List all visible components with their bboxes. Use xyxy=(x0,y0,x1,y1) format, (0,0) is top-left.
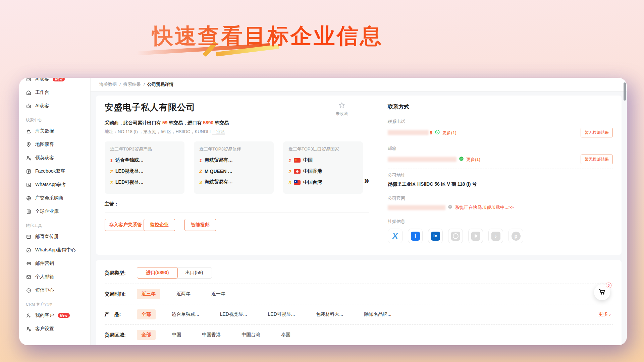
social-field: 社媒信息 X f in ♪ p xyxy=(388,215,613,248)
breadcrumb-customs-data[interactable]: 海关数据 xyxy=(99,81,117,87)
no-mail-result-button[interactable]: 暂无搜邮结果 xyxy=(581,128,613,137)
sidebar-item-ai-cut[interactable]: AI获客 New xyxy=(19,78,90,86)
sidebar-item-my-customers[interactable]: 我的客户 New xyxy=(19,309,90,322)
mail-send-icon xyxy=(26,261,32,266)
top3-products-card: 近三年TOP3贸易产品 1适合单独或… 2LED视觉显… 3LED可视显… xyxy=(105,141,184,194)
website-field: 公司官网 系统正在快马加鞭加载中...>> xyxy=(388,192,613,215)
sidebar-item-facebook-leads[interactable]: Facebook获客 xyxy=(19,165,90,178)
favorite-button[interactable]: 未收藏 xyxy=(336,102,348,117)
trade-type-import-tab[interactable]: 进口(5890) xyxy=(137,267,178,279)
scrollbar-thumb[interactable] xyxy=(624,82,626,101)
sidebar-item-whatsapp-leads[interactable]: WhatsApp获客 xyxy=(19,178,90,191)
import-count: 5890 xyxy=(203,120,213,125)
sidebar-item-customs-data[interactable]: 海关数据 xyxy=(19,124,90,138)
phone-more-link[interactable]: 更多(1) xyxy=(442,130,457,136)
time-option[interactable]: 近一年 xyxy=(207,289,230,299)
trade-type-export-tab[interactable]: 出口(59) xyxy=(176,267,212,279)
chat-smile-icon xyxy=(26,288,32,293)
globe-icon xyxy=(26,195,32,201)
smart-mail-search-button[interactable]: 智能搜邮 xyxy=(184,219,216,231)
breadcrumb-search-results[interactable]: 搜索结果 xyxy=(123,81,141,87)
top3-partners-card: 近三年TOP3贸易伙伴 1海航贸易有… 2M QUEEN … 3海航贸易有… xyxy=(194,141,274,194)
sidebar-item-map-leads[interactable]: 地图获客 xyxy=(19,138,90,151)
trade-time-row: 交易时间: 近三年 近两年 近一年 xyxy=(105,284,613,304)
sidebar-item-email-marketing[interactable]: 邮件营销 xyxy=(19,257,90,270)
phone-square-icon xyxy=(26,182,32,188)
time-option[interactable]: 近三年 xyxy=(137,289,160,299)
tiktok-icon: ♪ xyxy=(488,229,503,243)
phone-redacted xyxy=(388,130,429,135)
region-option[interactable]: 泰国 xyxy=(276,330,295,340)
brochure-icon xyxy=(26,234,32,240)
monitor-company-button[interactable]: 监控企业 xyxy=(144,219,175,231)
top3-countries-card: 近三年TOP3进口贸易国家 1中国 2中国香港 3中国台湾 xyxy=(283,141,363,194)
new-badge: New xyxy=(53,78,65,81)
product-option[interactable]: 全部 xyxy=(137,309,156,319)
no-mail-result-button[interactable]: 暂无搜邮结果 xyxy=(581,155,613,164)
breadcrumb: 海关数据 / 搜索结果 / 公司贸易详情 xyxy=(91,78,627,92)
sidebar-item-sms-center[interactable]: 短信中心 xyxy=(19,284,90,297)
time-option[interactable]: 近两年 xyxy=(172,289,195,299)
sidebar-item-brochure[interactable]: 邮寄宣传册 xyxy=(19,230,90,243)
youtube-icon xyxy=(468,229,483,243)
top3-country-item: 1中国 xyxy=(288,157,358,163)
sidebar-item-workbench[interactable]: 工作台 xyxy=(19,86,90,99)
top3-cards: 近三年TOP3贸易产品 1适合单独或… 2LED视觉显… 3LED可视显… 近三… xyxy=(105,141,369,194)
whatsapp-icon[interactable] xyxy=(435,129,440,136)
region-option[interactable]: 中国香港 xyxy=(197,330,225,340)
app-window: AI获客 New 工作台 AI获客 线索中心 海关数据 地图获客 xyxy=(19,78,627,345)
company-address-field: 公司地址 昆德里工业区 HSIIDC 56 区 V 期 118 (I) 号 xyxy=(388,169,613,192)
facebook-square-icon xyxy=(26,169,32,174)
region-option[interactable]: 中国 xyxy=(167,330,186,340)
cart-button[interactable]: 0 xyxy=(594,284,610,300)
building-grid-icon xyxy=(26,209,32,215)
email-field: 邮箱 更多(1) 暂无搜邮结果 xyxy=(388,142,613,169)
taiwan-flag-icon xyxy=(294,180,301,185)
phone-field: 联系电话 6 更多(1) 暂无搜邮结果 xyxy=(388,115,613,142)
sidebar-item-global-companies[interactable]: 全球企业库 xyxy=(19,205,90,218)
x-twitter-icon[interactable]: X xyxy=(388,229,402,243)
sidebar-section-leads: 线索中心 xyxy=(19,113,90,124)
sidebar-item-personal-mailbox[interactable]: 个人邮箱 xyxy=(19,270,90,284)
trade-filters-card: 贸易类型: 进口(5890) 出口(59) 交易时间: 近三年 近两年 近一年 … xyxy=(96,260,622,345)
region-option[interactable]: 中国台湾 xyxy=(237,330,265,340)
facebook-icon[interactable]: f xyxy=(408,229,423,243)
breadcrumb-separator: / xyxy=(119,82,121,87)
sidebar-section-crm: CRM 客户管理 xyxy=(19,297,90,309)
map-pin-icon xyxy=(26,142,32,147)
email-redacted xyxy=(388,157,457,162)
product-option[interactable]: 除知名品牌... xyxy=(359,309,396,319)
loading-minus-icon xyxy=(448,204,452,210)
export-count: 59 xyxy=(162,120,168,125)
cart-icon xyxy=(598,288,606,297)
linkedin-icon[interactable]: in xyxy=(428,229,443,243)
product-option[interactable]: 适合单独或... xyxy=(167,309,204,319)
breadcrumb-separator: / xyxy=(144,82,145,87)
save-to-crm-button[interactable]: 存入客户关系管 xyxy=(105,219,148,231)
pinterest-icon: p xyxy=(508,229,523,243)
sidebar-item-whatsapp-marketing[interactable]: WhatsApp营销中心 xyxy=(19,243,90,257)
person-search-icon xyxy=(26,155,32,161)
top3-country-item: 3中国台湾 xyxy=(288,179,358,185)
product-option[interactable]: 包装材料大... xyxy=(311,309,348,319)
contact-panel: » 联系方式 联系电话 6 更多(1) 暂无搜邮结果 邮箱 xyxy=(378,102,613,248)
collapse-panel-button[interactable]: » xyxy=(364,176,369,185)
product-option[interactable]: LED可视显... xyxy=(263,309,300,319)
top3-product-item: 2LED视觉显… xyxy=(110,168,179,174)
company-card: 安盛电子私人有限公司 未收藏 采购商，此公司累计出口有 59 笔交易，进口有 5… xyxy=(96,96,622,255)
company-address-value: 昆德里工业区 HSIIDC 56 区 V 期 118 (I) 号 xyxy=(388,181,613,187)
website-loading-link[interactable]: 系统正在快马加鞭加载中...>> xyxy=(455,204,514,210)
sidebar-item-customer-settings[interactable]: 客户设置 xyxy=(19,322,90,336)
email-more-link[interactable]: 更多(1) xyxy=(466,157,480,163)
workbench-icon xyxy=(26,90,32,96)
sidebar-item-ai[interactable]: AI获客 xyxy=(19,99,90,113)
sidebar-item-canton-fair[interactable]: 广交会采购商 xyxy=(19,191,90,205)
region-option[interactable]: 全部 xyxy=(137,330,156,340)
envelope-icon xyxy=(26,274,32,280)
ai-robot-icon xyxy=(26,103,32,109)
verified-check-icon xyxy=(459,156,464,163)
main-business: 主营：- xyxy=(105,201,369,207)
more-products-link[interactable]: 更多› xyxy=(598,311,613,317)
sidebar-item-linkedin-leads[interactable]: 领英获客 xyxy=(19,151,90,165)
product-option[interactable]: LED视觉显... xyxy=(215,309,252,319)
